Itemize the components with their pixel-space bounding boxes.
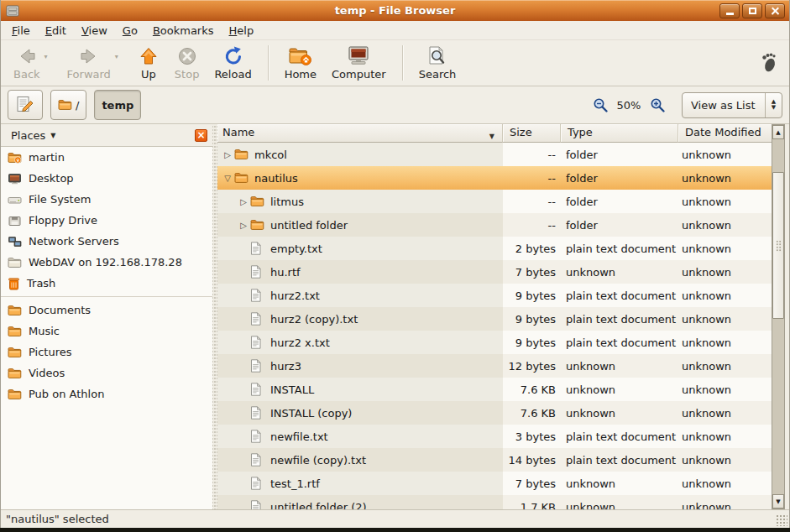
toggle-location-entry-button[interactable] bbox=[8, 90, 43, 120]
zoom-out-button[interactable] bbox=[589, 94, 611, 116]
column-header-date-modified[interactable]: Date Modified bbox=[678, 124, 773, 143]
file-row[interactable]: hurz2 (copy).txt9 bytesplain text docume… bbox=[217, 307, 773, 331]
file-row[interactable]: INSTALL (copy)7.6 KBunknownunknown bbox=[217, 401, 773, 425]
status-text: "nautilus" selected bbox=[6, 513, 109, 525]
titlebar[interactable]: temp - File Browser bbox=[1, 0, 789, 21]
stop-icon bbox=[176, 45, 198, 67]
expander-icon[interactable]: ▷ bbox=[237, 221, 250, 230]
minimize-button[interactable] bbox=[719, 3, 740, 18]
arrow-left-icon bbox=[16, 45, 38, 67]
menu-file[interactable]: File bbox=[4, 23, 38, 39]
sidebar-item-webdav-on-192-168-178-28[interactable]: WebDAV on 192.168.178.28 bbox=[1, 252, 212, 273]
file-row[interactable]: ▷untitled folder--folderunknown bbox=[217, 213, 773, 237]
file-row[interactable]: empty.txt2 bytesplain text documentunkno… bbox=[217, 237, 773, 260]
computer-button[interactable]: Computer bbox=[324, 44, 394, 81]
home-button[interactable]: Home bbox=[277, 44, 324, 81]
scrollbar-thumb[interactable] bbox=[772, 172, 784, 319]
minimize-icon bbox=[726, 13, 734, 15]
sidebar-item-floppy-drive[interactable]: Floppy Drive bbox=[1, 210, 212, 231]
reload-button[interactable]: Reload bbox=[207, 44, 259, 81]
menu-edit[interactable]: Edit bbox=[38, 23, 74, 39]
location-bar: / temp 50% View as List ▲▼ bbox=[1, 86, 789, 124]
folder-icon bbox=[8, 326, 22, 337]
forward-button[interactable]: Forward bbox=[60, 44, 118, 81]
sidebar-item-martin[interactable]: martin bbox=[1, 147, 212, 168]
sidebar-item-label: Pub on Athlon bbox=[29, 388, 104, 400]
places-selector[interactable]: Places ▼ bbox=[6, 128, 61, 143]
file-type: unknown bbox=[561, 378, 678, 401]
file-date-modified: unknown bbox=[678, 213, 773, 237]
scrollbar-track[interactable] bbox=[772, 139, 784, 494]
document-icon bbox=[250, 336, 261, 349]
scroll-up-button[interactable]: ▲ bbox=[772, 125, 784, 139]
forward-history-dropdown[interactable]: ▾ bbox=[115, 44, 127, 69]
stop-button[interactable]: Stop bbox=[167, 44, 207, 81]
spinner-arrows-icon[interactable]: ▲▼ bbox=[765, 93, 782, 117]
zoom-in-button[interactable] bbox=[646, 94, 668, 116]
view-mode-selector[interactable]: View as List ▲▼ bbox=[682, 92, 782, 118]
sidebar-item-desktop[interactable]: Desktop bbox=[1, 168, 212, 189]
document-icon bbox=[250, 312, 261, 326]
column-header-name[interactable]: Name▼ bbox=[217, 124, 503, 143]
file-row[interactable]: INSTALL7.6 KBunknownunknown bbox=[217, 378, 773, 401]
sidebar-item-documents[interactable]: Documents bbox=[1, 300, 212, 321]
file-name: mkcol bbox=[254, 149, 287, 161]
sidebar-item-network-servers[interactable]: Network Servers bbox=[1, 231, 212, 252]
menu-bookmarks[interactable]: Bookmarks bbox=[145, 23, 222, 39]
sidebar-item-pictures[interactable]: Pictures bbox=[1, 342, 212, 362]
expander-icon[interactable]: ▽ bbox=[221, 174, 234, 183]
zoom-out-icon bbox=[593, 97, 609, 113]
reload-icon bbox=[222, 45, 244, 67]
column-header-type[interactable]: Type bbox=[561, 124, 678, 143]
file-row[interactable]: newfile.txt3 bytesplain text documentunk… bbox=[217, 425, 773, 448]
menu-go[interactable]: Go bbox=[115, 23, 145, 39]
folder-icon bbox=[250, 196, 264, 207]
file-row[interactable]: ▷mkcol--folderunknown bbox=[217, 143, 773, 166]
file-row[interactable]: hurz312 bytesunknownunknown bbox=[217, 354, 773, 378]
scroll-down-button[interactable]: ▼ bbox=[772, 494, 784, 509]
root-path-button[interactable]: / bbox=[50, 90, 86, 120]
sidebar-close-button[interactable]: × bbox=[195, 129, 207, 142]
menu-help[interactable]: Help bbox=[222, 23, 262, 39]
sidebar-item-trash[interactable]: Trash bbox=[1, 273, 212, 294]
expander-icon[interactable]: ▷ bbox=[221, 150, 234, 159]
folder-icon bbox=[234, 172, 249, 184]
file-row[interactable]: newfile (copy).txt14 bytesplain text doc… bbox=[217, 448, 773, 472]
folder-icon bbox=[8, 305, 22, 316]
file-row[interactable]: hu.rtf7 bytesunknownunknown bbox=[217, 260, 773, 284]
file-row[interactable]: ▽nautilus--folderunknown bbox=[217, 166, 773, 190]
document-icon bbox=[250, 430, 261, 443]
menu-view[interactable]: View bbox=[74, 23, 115, 39]
maximize-button[interactable] bbox=[742, 3, 762, 18]
sidebar-item-label: Floppy Drive bbox=[29, 214, 97, 227]
computer-icon bbox=[346, 45, 371, 67]
sidebar-item-pub-on-athlon[interactable]: Pub on Athlon bbox=[1, 383, 212, 404]
back-history-dropdown[interactable]: ▾ bbox=[44, 44, 56, 69]
list-header: Name▼ Size Type Date Modified bbox=[217, 124, 773, 143]
resize-grip[interactable] bbox=[776, 514, 787, 526]
file-name: newfile (copy).txt bbox=[270, 454, 366, 467]
file-row[interactable]: hurz2 x.txt9 bytesplain text documentunk… bbox=[217, 331, 773, 354]
file-date-modified: unknown bbox=[678, 401, 773, 425]
up-button[interactable]: Up bbox=[130, 44, 167, 81]
vertical-scrollbar[interactable]: ▲ ▼ bbox=[772, 124, 785, 509]
sidebar-item-videos[interactable]: Videos bbox=[1, 362, 212, 383]
file-row[interactable]: untitled folder (2)1.7 KBunknownunknown bbox=[217, 495, 773, 509]
close-button[interactable] bbox=[765, 3, 785, 18]
file-row[interactable]: test_1.rtf7 bytesunknownunknown bbox=[217, 472, 773, 495]
back-button[interactable]: Back bbox=[6, 44, 48, 81]
search-button[interactable]: Search bbox=[411, 44, 464, 81]
column-header-size[interactable]: Size bbox=[503, 124, 561, 143]
file-size: -- bbox=[503, 213, 561, 237]
zoom-in-icon bbox=[650, 97, 666, 113]
expander-icon[interactable]: ▷ bbox=[237, 197, 250, 206]
stop-label: Stop bbox=[175, 68, 200, 81]
sidebar-item-music[interactable]: Music bbox=[1, 321, 212, 342]
file-type: folder bbox=[561, 213, 678, 237]
sidebar-item-file-system[interactable]: File System bbox=[1, 189, 212, 210]
file-row[interactable]: ▷litmus--folderunknown bbox=[217, 190, 773, 213]
file-row[interactable]: hurz2.txt9 bytesplain text documentunkno… bbox=[217, 284, 773, 307]
file-type: folder bbox=[561, 190, 678, 213]
current-path-button[interactable]: temp bbox=[94, 90, 141, 120]
main-area: Places ▼ × martinDesktopFile SystemFlopp… bbox=[1, 124, 789, 509]
